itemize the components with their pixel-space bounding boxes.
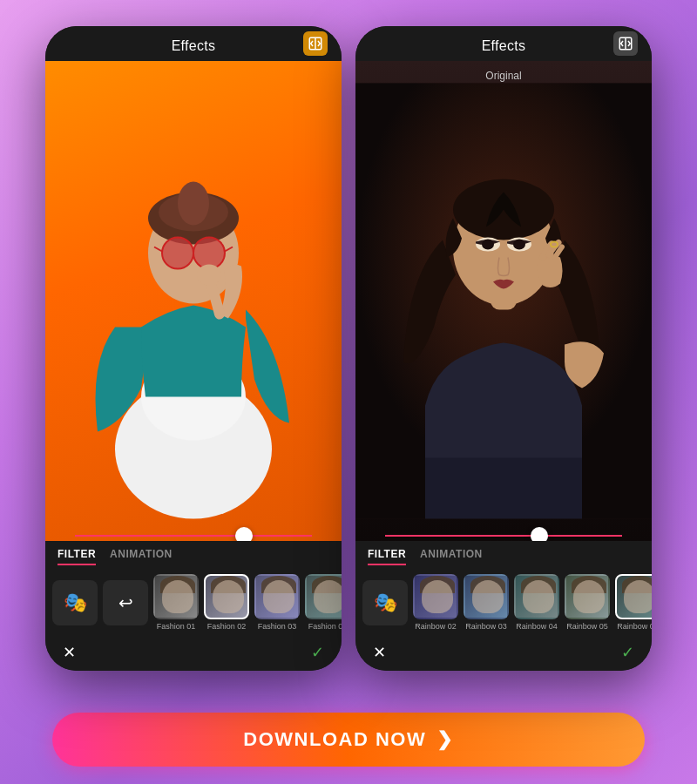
right-filter-rainbow04[interactable]: Rainbow 04 — [514, 574, 559, 631]
right-tabs-row: FILTER ANIMATION — [355, 548, 652, 565]
thumb-face — [213, 580, 244, 613]
rainbow05-label: Rainbow 05 — [566, 622, 608, 631]
rainbow04-label: Rainbow 04 — [516, 622, 558, 631]
download-section: DOWNLOAD NOW ❯ — [0, 699, 697, 784]
fashion01-thumb — [153, 574, 199, 619]
original-label: Original — [485, 70, 521, 82]
svg-point-10 — [193, 238, 225, 269]
sticker-icon[interactable]: 🎭 — [52, 580, 98, 625]
right-phone: Effects Original — [355, 26, 652, 671]
svg-point-14 — [197, 265, 221, 286]
thumb-face — [624, 580, 652, 613]
left-filter-fashion02[interactable]: Fashion 02 — [204, 574, 249, 631]
split-view-icon — [308, 36, 323, 51]
right-slider-track — [385, 535, 622, 537]
rainbow04-thumb — [514, 574, 559, 619]
left-tab-animation[interactable]: ANIMATION — [110, 548, 173, 565]
right-photo-bg: Original — [355, 61, 652, 541]
svg-point-24 — [482, 240, 494, 250]
right-filter-sticker[interactable]: 🎭 — [362, 580, 408, 625]
thumb-face — [573, 580, 605, 613]
right-cancel-button[interactable]: ✕ — [373, 643, 386, 662]
svg-point-25 — [513, 240, 525, 250]
left-slider-thumb[interactable] — [235, 527, 253, 541]
left-filter-fashion04[interactable]: Fashion 04 — [305, 574, 342, 631]
fashion04-label: Fashion 04 — [308, 622, 342, 631]
left-tabs-row: FILTER ANIMATION — [45, 548, 342, 565]
left-photo-bg — [45, 61, 342, 541]
right-phone-bottom: FILTER ANIMATION 🎭 Rainbow 02 — [355, 541, 652, 671]
rainbow02-thumb — [413, 574, 458, 619]
right-compare-icon[interactable] — [613, 31, 638, 56]
download-arrow: ❯ — [436, 728, 454, 751]
right-tab-filter[interactable]: FILTER — [368, 548, 406, 565]
undo-icon[interactable]: ↩ — [103, 580, 148, 625]
left-slider-track — [75, 535, 312, 537]
right-filter-rainbow02[interactable]: Rainbow 02 — [413, 574, 458, 631]
left-filter-fashion01[interactable]: Fashion 01 — [153, 574, 199, 631]
rainbow06-label: Rainbow 06 — [617, 622, 652, 631]
rainbow03-label: Rainbow 03 — [465, 622, 507, 631]
fashion04-thumb — [305, 574, 342, 619]
rainbow02-label: Rainbow 02 — [415, 622, 457, 631]
left-phone-actions: ✕ ✓ — [45, 634, 342, 671]
thumb-face — [472, 580, 504, 613]
right-fashion-figure — [355, 61, 652, 541]
left-compare-icon[interactable] — [303, 31, 328, 56]
thumb-face — [263, 580, 294, 613]
thumb-face — [162, 580, 193, 613]
fashion02-thumb — [204, 574, 249, 619]
left-filter-sticker[interactable]: 🎭 — [52, 580, 98, 625]
right-phone-title: Effects — [482, 38, 526, 53]
left-phone: Effects — [45, 26, 342, 671]
left-filter-row: 🎭 ↩ Fashion 01 — [45, 571, 342, 634]
right-confirm-button[interactable]: ✓ — [621, 643, 634, 662]
right-slider-thumb[interactable] — [531, 527, 548, 541]
thumb-face — [422, 580, 453, 613]
right-filter-rainbow06[interactable]: Rainbow 06 — [615, 574, 652, 631]
left-filter-undo[interactable]: ↩ — [103, 580, 148, 625]
right-phone-actions: ✕ ✓ — [355, 634, 652, 671]
left-filter-fashion03[interactable]: Fashion 03 — [254, 574, 300, 631]
phones-container: Effects — [19, 0, 678, 699]
fashion03-label: Fashion 03 — [258, 622, 297, 631]
left-phone-bottom: FILTER ANIMATION 🎭 ↩ Fashi — [45, 541, 342, 671]
rainbow06-thumb — [615, 574, 652, 619]
download-button[interactable]: DOWNLOAD NOW ❯ — [52, 713, 645, 767]
download-label: DOWNLOAD NOW — [243, 728, 426, 751]
fashion03-thumb — [254, 574, 300, 619]
thumb-face — [314, 580, 342, 613]
svg-point-8 — [178, 182, 209, 226]
left-phone-title: Effects — [172, 38, 216, 53]
svg-point-9 — [162, 238, 193, 269]
fashion01-label: Fashion 01 — [157, 622, 196, 631]
left-phone-image — [45, 61, 342, 541]
left-tab-filter[interactable]: FILTER — [58, 548, 96, 565]
right-sticker-icon[interactable]: 🎭 — [362, 580, 408, 625]
rainbow05-thumb — [565, 574, 610, 619]
left-phone-header: Effects — [45, 26, 342, 61]
left-cancel-button[interactable]: ✕ — [63, 643, 76, 662]
right-filter-row: 🎭 Rainbow 02 Rainbow 03 — [355, 571, 652, 634]
left-fashion-figure — [45, 61, 342, 541]
right-filter-rainbow05[interactable]: Rainbow 05 — [565, 574, 610, 631]
right-tab-animation[interactable]: ANIMATION — [420, 548, 483, 565]
right-filter-rainbow03[interactable]: Rainbow 03 — [464, 574, 509, 631]
rainbow03-thumb — [464, 574, 509, 619]
right-phone-header: Effects — [355, 26, 652, 61]
fashion02-label: Fashion 02 — [207, 622, 247, 631]
thumb-face — [523, 580, 554, 613]
split-view-icon-right — [618, 36, 633, 51]
right-phone-image: Original — [355, 61, 652, 541]
left-confirm-button[interactable]: ✓ — [311, 643, 324, 662]
